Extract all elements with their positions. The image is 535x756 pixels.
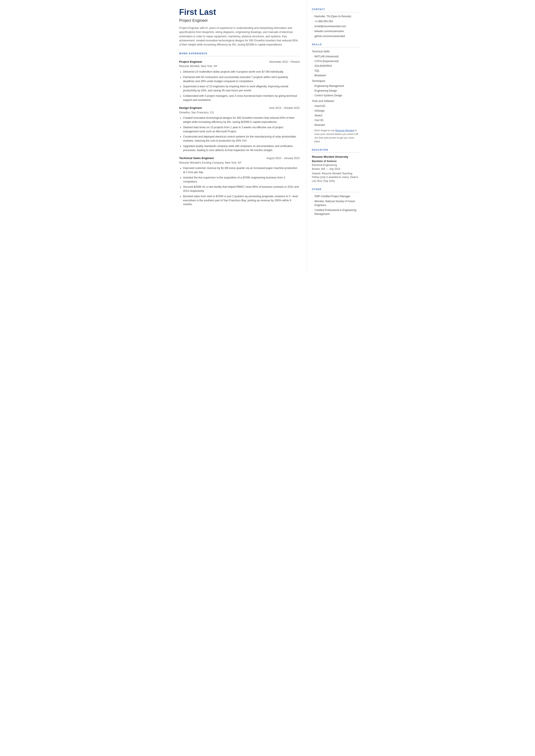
skills-section-header: SKILLS [312,43,359,47]
edu-location-date: Boston, MA — July 2010 [312,167,359,171]
contact-phone: +1-989-555-554 [312,19,359,23]
job-block-2: Design Engineer June 2013 – October 2015… [179,106,300,152]
other-section-header: OTHER [312,188,359,192]
job-dates-2: June 2013 – October 2015 [269,106,299,110]
job-dates-1: November 2015 – Present [269,60,299,64]
bullet-1-2: Partnered with 50 contractors and succes… [183,75,300,83]
education-section: EDUCATION Resume Worded University Bache… [312,148,359,183]
job-title-1: Project Engineer [179,60,202,64]
job-bullets-3: Improved customer revenue by $1.5M every… [179,166,300,207]
contact-linkedin: linkedin.com/in/username [312,29,359,33]
other-item-3: Certified Professional in Engineering Ma… [312,208,359,216]
other-list: PMP-Certified Project Manager. Member, N… [312,194,359,216]
techniques-label: Techniques: [312,79,359,83]
skills-note-text: Don't forget to use [315,129,335,132]
bullet-3-2: Assisted the line supervisor in the acqu… [183,176,300,184]
other-section: OTHER PMP-Certified Project Manager. Mem… [312,188,359,216]
job-dates-3: August 2010 – January 2013 [267,156,299,160]
tool-illustrator: Illustrator [312,123,359,127]
edu-entry: Resume Worded University Bachelor of Sci… [312,155,359,183]
contact-location: Nashville, TN (Open to Remote) [312,14,359,18]
bullet-2-2: Slashed lead times on 15 projects from 1… [183,126,300,134]
skill-matlab: MATLAB (Advanced) [312,55,359,58]
job-bullets-1: Delivered 10 multimillion-dollar project… [179,70,300,102]
contact-email: email@resumeworded.com [312,24,359,28]
bullet-1-3: Supervised a team of 23 engineers by ins… [183,84,300,93]
techniques-list: Engineering Management Engineering Desig… [312,84,359,98]
job-company-2: Growthsi, San Francisco, CA [179,111,300,115]
skills-note: Don't forget to use Resume Worded to sca… [312,129,359,144]
job-title-row-3: Technical Sales Engineer August 2010 – J… [179,156,300,160]
contact-section: CONTACT Nashville, TN (Open to Remote) +… [312,8,359,38]
job-title-row-1: Project Engineer November 2015 – Present [179,60,300,64]
skill-bluebeam: Bluebeam [312,73,359,77]
tools-label: Tools and Software: [312,99,359,103]
skill-catia: CATIA (Experienced) [312,59,359,63]
technique-mgmt: Engineering Management [312,84,359,88]
job-company-3: Resume Worded's Exciting Company, New Yo… [179,161,300,165]
right-column: CONTACT Nashville, TN (Open to Remote) +… [307,0,365,274]
job-title-row-2: Design Engineer June 2013 – October 2015 [179,106,300,110]
other-item-2: Member, National Society of Future Engin… [312,199,359,207]
job-block-3: Technical Sales Engineer August 2010 – J… [179,156,300,207]
technical-skills-list: MATLAB (Advanced) CATIA (Experienced) SO… [312,55,359,77]
bullet-1-4: Collaborated with 5 project managers, an… [183,94,300,102]
technique-control: Control Systems Design [312,94,359,98]
bullet-2-1: Created innovative technological designs… [183,116,300,124]
tool-indesign: InDesign [312,109,359,113]
bullet-1-1: Delivered 10 multimillion-dollar project… [183,70,300,74]
edu-degree: Bachelor of Science [312,159,359,163]
work-experience-section: WORK EXPERIENCE Project Engineer Novembe… [179,52,300,207]
name: First Last [179,8,300,17]
tools-list: AutoCAD InDesign Sketch Civil 3D Illustr… [312,104,359,127]
tool-civil3d: Civil 3D [312,118,359,122]
job-title-3: Technical Sales Engineer [179,156,214,160]
technical-skills-label: Technical Skills: [312,49,359,53]
skill-solidworks: SOLIDWORKS [312,64,359,68]
edu-school: Resume Worded University [312,155,359,159]
bullet-3-4: Boosted sales from start to $700K in jus… [183,194,300,207]
work-experience-header: WORK EXPERIENCE [179,52,300,56]
left-column: First Last Project Engineer Project Engi… [171,0,307,274]
skill-sql: SQL [312,69,359,72]
job-title-2: Design Engineer [179,106,202,110]
technique-design: Engineering Design [312,89,359,93]
resume-worded-link[interactable]: Resume Worded [335,129,354,132]
education-section-header: EDUCATION [312,148,359,153]
job-bullets-2: Created innovative technological designs… [179,116,300,152]
edu-awards: Awards: Resume Worded Teaching Fellow (o… [312,172,359,183]
tool-autocad: AutoCAD [312,104,359,108]
summary-text: Project Engineer with 9+ years of experi… [179,26,300,47]
edu-field: Electrical Engineering [312,163,359,167]
job-block-1: Project Engineer November 2015 – Present… [179,60,300,102]
bullet-2-4: Upgraded quality standards company-wide … [183,144,300,153]
job-title: Project Engineer [179,18,300,23]
skills-section: SKILLS Technical Skills: MATLAB (Advance… [312,43,359,144]
bullet-3-1: Improved customer revenue by $1.5M every… [183,166,300,174]
tool-sketch: Sketch [312,114,359,118]
bullet-2-3: Constructed and deployed electrical cont… [183,135,300,143]
contact-github: github.com/resumeworded [312,34,359,38]
job-company-1: Resume Worded, New York, NY [179,64,300,68]
contact-list: Nashville, TN (Open to Remote) +1-989-55… [312,14,359,38]
other-item-1: PMP-Certified Project Manager. [312,194,359,198]
resume-page: First Last Project Engineer Project Engi… [171,0,365,274]
contact-section-header: CONTACT [312,8,359,12]
bullet-3-3: Secured $200K for a new facility that he… [183,185,300,193]
